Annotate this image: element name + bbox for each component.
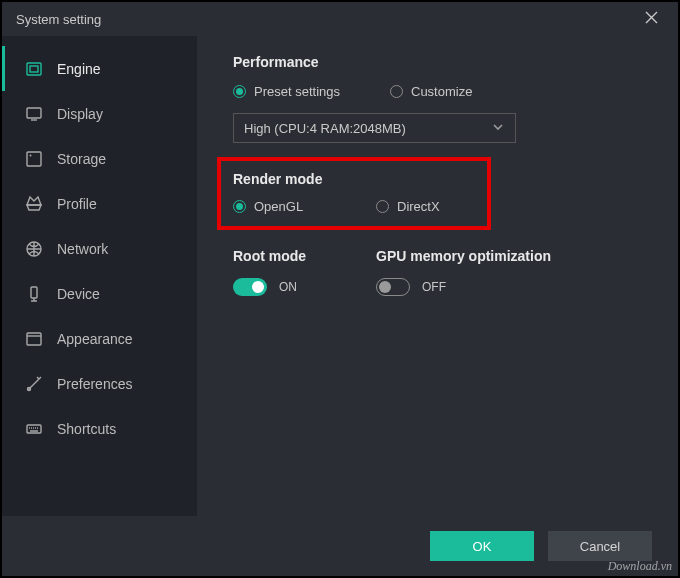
sidebar-item-label: Appearance [57,331,133,347]
radio-customize[interactable]: Customize [390,84,472,99]
sidebar-item-shortcuts[interactable]: Shortcuts [2,406,197,451]
storage-icon [25,150,43,168]
sidebar-item-profile[interactable]: Profile [2,181,197,226]
gpu-toggle-row: OFF [376,278,642,296]
svg-point-4 [30,154,32,156]
radio-directx[interactable]: DirectX [376,199,440,214]
radio-opengl[interactable]: OpenGL [233,199,376,214]
performance-title: Performance [233,54,642,70]
cancel-button[interactable]: Cancel [548,531,652,561]
body: Engine Display Storage Profile [2,36,678,516]
select-value: High (CPU:4 RAM:2048MB) [244,121,406,136]
close-icon[interactable] [639,6,664,32]
sidebar-item-label: Network [57,241,108,257]
gpu-opt-toggle[interactable] [376,278,410,296]
toggle-knob [252,281,264,293]
settings-window: System setting Engine Display [2,2,678,576]
sidebar-item-preferences[interactable]: Preferences [2,361,197,406]
root-toggle-row: ON [233,278,376,296]
root-mode-state: ON [279,280,297,294]
radio-preset-settings[interactable]: Preset settings [233,84,376,99]
sidebar-item-storage[interactable]: Storage [2,136,197,181]
sidebar-item-display[interactable]: Display [2,91,197,136]
sidebar-item-label: Storage [57,151,106,167]
chevron-down-icon [491,120,505,137]
gpu-opt-block: GPU memory optimization OFF [376,248,642,296]
sidebar-item-label: Device [57,286,100,302]
window-title: System setting [16,12,101,27]
radio-dot-icon [376,200,389,213]
svg-rect-2 [27,108,41,118]
display-icon [25,105,43,123]
titlebar: System setting [2,2,678,36]
svg-rect-6 [31,287,37,298]
sidebar-item-label: Preferences [57,376,132,392]
ok-button[interactable]: OK [430,531,534,561]
engine-icon [25,60,43,78]
svg-rect-7 [27,333,41,345]
sidebar-item-appearance[interactable]: Appearance [2,316,197,361]
svg-rect-0 [27,63,41,75]
root-mode-title: Root mode [233,248,376,264]
radio-dot-icon [233,200,246,213]
radio-dot-icon [233,85,246,98]
radio-label: DirectX [397,199,440,214]
render-mode-row: OpenGL DirectX [233,199,475,214]
appearance-icon [25,330,43,348]
sidebar-item-device[interactable]: Device [2,271,197,316]
svg-rect-1 [30,66,38,72]
sidebar-item-label: Profile [57,196,97,212]
network-icon [25,240,43,258]
radio-label: OpenGL [254,199,303,214]
footer: OK Cancel [2,516,678,576]
preset-select[interactable]: High (CPU:4 RAM:2048MB) [233,113,516,143]
root-mode-toggle[interactable] [233,278,267,296]
sidebar-item-label: Display [57,106,103,122]
sidebar-item-network[interactable]: Network [2,226,197,271]
gpu-opt-title: GPU memory optimization [376,248,642,264]
profile-icon [25,195,43,213]
modes-row: Root mode ON GPU memory optimization OFF [233,248,642,296]
performance-radio-row: Preset settings Customize [233,84,642,99]
sidebar-item-engine[interactable]: Engine [2,46,197,91]
radio-label: Customize [411,84,472,99]
gpu-opt-state: OFF [422,280,446,294]
radio-dot-icon [390,85,403,98]
svg-rect-9 [27,425,41,433]
main-panel: Performance Preset settings Customize Hi… [197,36,678,516]
render-mode-highlight: Render mode OpenGL DirectX [217,157,491,230]
preferences-icon [25,375,43,393]
toggle-knob [379,281,391,293]
sidebar: Engine Display Storage Profile [2,36,197,516]
sidebar-item-label: Engine [57,61,101,77]
radio-label: Preset settings [254,84,340,99]
sidebar-item-label: Shortcuts [57,421,116,437]
svg-rect-3 [27,152,41,166]
render-mode-title: Render mode [233,171,475,187]
shortcuts-icon [25,420,43,438]
device-icon [25,285,43,303]
root-mode-block: Root mode ON [233,248,376,296]
